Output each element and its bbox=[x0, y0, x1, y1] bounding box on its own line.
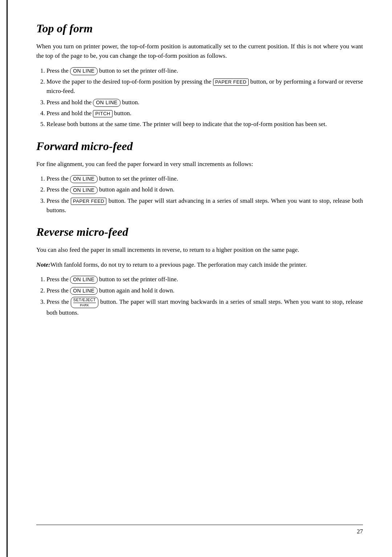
section-intro-top-of-form: When you turn on printer power, the top-… bbox=[36, 42, 363, 61]
step-rmf-1-text1: Press the bbox=[46, 276, 70, 283]
step-rmf-2-text2: button again and hold it down. bbox=[98, 287, 175, 294]
section-title-forward-micro-feed: Forward micro-feed bbox=[36, 140, 363, 153]
left-margin-bar bbox=[7, 0, 8, 557]
steps-list-reverse-micro-feed: Press the ON LINE button to set the prin… bbox=[46, 275, 363, 318]
section-forward-micro-feed: Forward micro-feed For fine alignment, y… bbox=[36, 140, 363, 215]
section-title-top-of-form: Top of form bbox=[36, 22, 363, 35]
step-rmf-2-text1: Press the bbox=[46, 287, 70, 294]
section-intro-forward-micro-feed: For fine alignment, you can feed the pap… bbox=[36, 160, 363, 169]
step-fmf-2-text2: button again and hold it down. bbox=[98, 186, 175, 193]
online-button-tof-3: ON LINE bbox=[93, 99, 121, 107]
online-button-rmf-2: ON LINE bbox=[70, 287, 98, 295]
section-title-reverse-micro-feed: Reverse micro-feed bbox=[36, 225, 363, 239]
step-tof-1-text2: button to set the printer off-line. bbox=[98, 67, 178, 74]
step-fmf-2-text1: Press the bbox=[46, 186, 70, 193]
step-tof-5: Release both buttons at the same time. T… bbox=[46, 120, 363, 129]
step-rmf-1: Press the ON LINE button to set the prin… bbox=[46, 275, 363, 284]
steps-list-top-of-form: Press the ON LINE button to set the prin… bbox=[46, 66, 363, 129]
footer: 27 bbox=[36, 525, 363, 535]
step-tof-5-text: Release both buttons at the same time. T… bbox=[46, 121, 327, 128]
online-button-tof-1: ON LINE bbox=[70, 67, 98, 75]
step-tof-1-text1: Press the bbox=[46, 67, 70, 74]
paperfeed-button-tof-2: PAPER FEED bbox=[213, 78, 249, 86]
step-tof-2: Move the paper to the desired top-of-for… bbox=[46, 77, 363, 96]
section-top-of-form: Top of form When you turn on printer pow… bbox=[36, 22, 363, 129]
section-reverse-micro-feed: Reverse micro-feed You can also feed the… bbox=[36, 225, 363, 318]
step-fmf-3-text1: Press the bbox=[46, 197, 71, 204]
pitch-button-tof-4: PITCH bbox=[93, 110, 113, 117]
set-eject-button-rmf-3: SET/EJECTPARK bbox=[71, 297, 98, 308]
step-fmf-1: Press the ON LINE button to set the prin… bbox=[46, 174, 363, 183]
note-container: Note:With fanfold forms, do not try to r… bbox=[36, 260, 363, 270]
step-rmf-3: Press the SET/EJECTPARK button. The pape… bbox=[46, 297, 363, 318]
set-eject-main-text: SET/EJECT bbox=[73, 297, 96, 303]
step-rmf-3-text1: Press the bbox=[46, 298, 71, 305]
step-tof-1: Press the ON LINE button to set the prin… bbox=[46, 66, 363, 76]
set-eject-sub-text: PARK bbox=[73, 303, 96, 308]
note-text: Note:With fanfold forms, do not try to r… bbox=[36, 260, 363, 270]
steps-list-forward-micro-feed: Press the ON LINE button to set the prin… bbox=[46, 174, 363, 215]
online-button-fmf-1: ON LINE bbox=[70, 175, 98, 183]
note-label: Note: bbox=[36, 261, 50, 268]
step-fmf-2: Press the ON LINE button again and hold … bbox=[46, 185, 363, 194]
step-tof-2-text1: Move the paper to the desired top-of-for… bbox=[46, 78, 213, 85]
paperfeed-button-fmf-3: PAPER FEED bbox=[71, 198, 106, 205]
step-fmf-3: Press the PAPER FEED button. The paper w… bbox=[46, 196, 363, 215]
step-tof-4-text1: Press and hold the bbox=[46, 110, 93, 117]
step-rmf-1-text2: button to set the printer off-line. bbox=[98, 276, 178, 283]
note-body: With fanfold forms, do not try to return… bbox=[50, 261, 307, 268]
step-tof-3-text2: button. bbox=[121, 99, 139, 106]
step-fmf-1-text2: button to set the printer off-line. bbox=[98, 175, 178, 182]
step-fmf-1-text1: Press the bbox=[46, 175, 70, 182]
online-button-rmf-1: ON LINE bbox=[70, 276, 98, 284]
step-tof-4-text2: button. bbox=[113, 110, 131, 117]
page: Top of form When you turn on printer pow… bbox=[0, 0, 392, 557]
step-rmf-2: Press the ON LINE button again and hold … bbox=[46, 286, 363, 295]
section-intro-reverse-micro-feed: You can also feed the paper in small inc… bbox=[36, 245, 363, 255]
page-number: 27 bbox=[357, 528, 363, 535]
step-tof-4: Press and hold the PITCH button. bbox=[46, 109, 363, 118]
step-tof-3-text1: Press and hold the bbox=[46, 99, 93, 106]
online-button-fmf-2: ON LINE bbox=[70, 186, 98, 194]
step-tof-3: Press and hold the ON LINE button. bbox=[46, 98, 363, 107]
